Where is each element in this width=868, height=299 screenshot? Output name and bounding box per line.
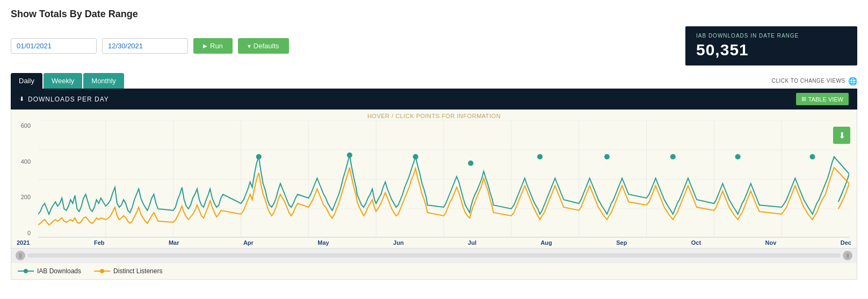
x-label-nov: Nov [765,239,777,246]
legend-listeners-label: Distinct Listeners [113,267,162,275]
tab-monthly[interactable]: Monthly [83,73,124,89]
scrollbar-track[interactable] [27,253,841,258]
legend-iab-downloads: IAB Downloads [18,267,81,275]
x-label-aug: Aug [540,239,552,246]
x-label-may: May [317,239,329,246]
svg-point-17 [347,152,352,158]
svg-point-26 [24,269,28,273]
end-date-input[interactable] [102,38,188,54]
legend-iab-label: IAB Downloads [37,267,81,275]
x-label-oct: Oct [691,239,701,246]
svg-point-19 [468,161,473,166]
svg-point-24 [810,154,815,159]
stat-box: IAB DOWNLOADS IN DATE RANGE 50,351 [685,26,857,65]
page-title: Show Totals By Date Range [11,9,857,20]
x-label-sep: Sep [616,239,627,246]
table-view-button[interactable]: ⊞ TABLE VIEW [796,93,849,105]
scrollbar-right-handle[interactable]: || [843,251,852,260]
hover-hint: HOVER / CLICK POINTS FOR INFORMATION [11,110,857,120]
stat-value: 50,351 [696,41,847,59]
svg-point-21 [604,154,610,159]
stat-label: IAB DOWNLOADS IN DATE RANGE [696,33,847,39]
chart-header: ⬇ DOWNLOADS PER DAY ⊞ TABLE VIEW [11,89,857,110]
tab-daily[interactable]: Daily [11,73,42,89]
legend-row: IAB Downloads Distinct Listeners [11,262,857,279]
svg-point-20 [537,154,542,159]
svg-point-28 [100,269,104,273]
x-label-dec: Dec [841,239,851,246]
x-label-jul: Jul [468,239,476,246]
globe-icon: 🌐 [848,77,858,85]
x-label-mar: Mar [169,239,179,246]
svg-point-23 [735,154,741,159]
scrollbar-left-handle[interactable]: || [16,251,25,260]
tab-weekly[interactable]: Weekly [44,73,82,89]
chart-area [38,120,849,238]
table-icon: ⊞ [801,96,806,103]
svg-point-16 [256,154,262,159]
download-icon: ⬇ [19,96,25,103]
download-chart-button[interactable]: ⬇ [833,127,850,144]
chart-container: HOVER / CLICK POINTS FOR INFORMATION 600… [11,110,857,280]
svg-point-18 [413,154,418,159]
download-chart-icon: ⬇ [838,130,845,141]
y-label-0: 0 [27,230,31,236]
svg-point-22 [670,154,676,159]
run-button[interactable]: Run [193,38,233,54]
x-label-jun: Jun [393,239,404,246]
legend-iab-line [18,268,34,274]
y-label-200: 200 [21,194,31,200]
legend-listeners-line [94,268,110,274]
legend-distinct-listeners: Distinct Listeners [94,267,162,275]
x-label-feb: Feb [94,239,105,246]
y-label-400: 400 [21,158,31,165]
x-label-2021: 2021 [17,239,30,246]
scrollbar-row: || || [11,248,857,262]
chart-header-title: ⬇ DOWNLOADS PER DAY [19,96,109,103]
change-views-button[interactable]: CLICK TO CHANGE VIEWS 🌐 [772,77,857,85]
start-date-input[interactable] [11,38,97,54]
y-label-600: 600 [21,122,31,129]
x-label-apr: Apr [243,239,254,246]
defaults-button[interactable]: Defaults [238,38,289,54]
x-axis-labels: 2021 Feb Mar Apr May Jun Jul Aug Sep Oct… [11,238,857,248]
